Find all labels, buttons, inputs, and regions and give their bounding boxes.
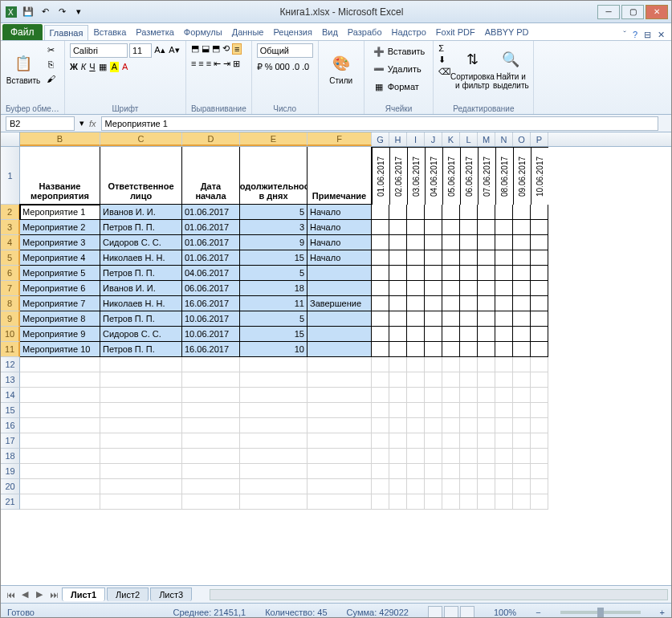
empty-cell[interactable]	[531, 403, 548, 418]
row-header[interactable]: 19	[1, 464, 20, 479]
font-size-combo[interactable]: 11	[129, 43, 152, 58]
empty-cell[interactable]	[372, 418, 389, 433]
fx-icon[interactable]: fx	[89, 119, 96, 128]
gantt-cell[interactable]	[442, 266, 460, 281]
gantt-cell[interactable]	[531, 220, 548, 235]
empty-cell[interactable]	[495, 403, 513, 418]
row-header[interactable]: 2	[1, 205, 20, 220]
empty-cell[interactable]	[442, 403, 460, 418]
data-cell[interactable]: Мероприятие 6	[20, 281, 100, 296]
date-header-cell[interactable]: 07.06.2017	[478, 147, 495, 205]
gantt-cell[interactable]	[531, 250, 548, 266]
gantt-cell[interactable]	[531, 311, 548, 327]
gantt-cell[interactable]	[407, 311, 425, 327]
column-header[interactable]: N	[495, 132, 513, 146]
empty-cell[interactable]	[372, 479, 389, 494]
empty-cell[interactable]	[307, 418, 372, 433]
empty-cell[interactable]	[407, 357, 425, 372]
column-header[interactable]: P	[531, 132, 548, 146]
inc-decimal-icon[interactable]: .0	[292, 62, 299, 72]
sheet-tab[interactable]: Лист3	[150, 588, 192, 601]
empty-cell[interactable]	[460, 418, 478, 433]
data-cell[interactable]: Сидоров С. С.	[100, 327, 182, 342]
ribbon-tab[interactable]: Надстро	[387, 25, 431, 40]
gantt-cell[interactable]	[372, 281, 389, 296]
sheet-tab[interactable]: Лист1	[62, 588, 105, 601]
data-cell[interactable]	[307, 311, 372, 327]
empty-cell[interactable]	[495, 372, 513, 388]
gantt-cell[interactable]	[495, 327, 513, 342]
column-header[interactable]: D	[182, 132, 240, 146]
gantt-cell[interactable]	[407, 266, 425, 281]
data-cell[interactable]: 01.06.2017	[182, 205, 240, 220]
gantt-cell[interactable]	[425, 327, 442, 342]
empty-cell[interactable]	[307, 357, 372, 372]
empty-cell[interactable]	[407, 479, 425, 494]
empty-cell[interactable]	[531, 464, 548, 479]
empty-cell[interactable]	[100, 479, 182, 494]
empty-cell[interactable]	[182, 418, 240, 433]
empty-cell[interactable]	[513, 357, 531, 372]
gantt-cell[interactable]	[442, 327, 460, 342]
empty-cell[interactable]	[407, 372, 425, 388]
empty-cell[interactable]	[20, 449, 100, 464]
gantt-cell[interactable]	[425, 220, 442, 235]
data-cell[interactable]: Иванов И. И.	[100, 281, 182, 296]
empty-cell[interactable]	[100, 464, 182, 479]
empty-cell[interactable]	[531, 357, 548, 372]
column-header[interactable]: B	[20, 132, 100, 146]
gantt-cell[interactable]	[495, 220, 513, 235]
zoom-slider[interactable]	[560, 611, 641, 614]
header-cell[interactable]: Примечание	[307, 147, 372, 205]
empty-cell[interactable]	[20, 433, 100, 449]
empty-cell[interactable]	[460, 388, 478, 403]
gantt-cell[interactable]	[407, 296, 425, 311]
indent-dec-icon[interactable]: ⇤	[214, 59, 221, 69]
fill-color-button[interactable]: A	[110, 62, 119, 72]
delete-cells-button[interactable]: ➖Удалить	[369, 61, 429, 77]
gantt-cell[interactable]	[531, 266, 548, 281]
save-icon[interactable]: 💾	[21, 5, 35, 19]
gantt-cell[interactable]	[460, 266, 478, 281]
data-cell[interactable]: 01.06.2017	[182, 235, 240, 250]
column-header[interactable]: I	[407, 132, 425, 146]
underline-button[interactable]: Ч	[89, 62, 95, 72]
empty-cell[interactable]	[478, 449, 495, 464]
empty-cell[interactable]	[182, 464, 240, 479]
empty-cell[interactable]	[372, 403, 389, 418]
empty-cell[interactable]	[478, 479, 495, 494]
gantt-cell[interactable]	[513, 311, 531, 327]
date-header-cell[interactable]: 10.06.2017	[531, 147, 548, 205]
gantt-cell[interactable]	[460, 311, 478, 327]
gantt-cell[interactable]	[442, 235, 460, 250]
gantt-cell[interactable]	[495, 311, 513, 327]
cut-icon[interactable]: ✂	[44, 43, 57, 56]
redo-icon[interactable]: ↷	[55, 5, 69, 19]
qat-more-icon[interactable]: ▾	[71, 5, 86, 19]
ribbon-opts-icon[interactable]: ⊟	[644, 30, 651, 40]
empty-cell[interactable]	[478, 464, 495, 479]
data-cell[interactable]: 15	[240, 250, 307, 266]
empty-cell[interactable]	[442, 372, 460, 388]
empty-cell[interactable]	[513, 433, 531, 449]
column-header[interactable]: K	[442, 132, 460, 146]
gantt-cell[interactable]	[478, 235, 495, 250]
gantt-cell[interactable]	[389, 266, 407, 281]
gantt-cell[interactable]	[407, 250, 425, 266]
empty-cell[interactable]	[513, 388, 531, 403]
row-header[interactable]: 13	[1, 372, 20, 388]
empty-cell[interactable]	[531, 494, 548, 510]
empty-cell[interactable]	[478, 372, 495, 388]
row-header[interactable]: 14	[1, 388, 20, 403]
gantt-cell[interactable]	[513, 342, 531, 357]
gantt-cell[interactable]	[513, 327, 531, 342]
horizontal-scrollbar[interactable]	[210, 589, 668, 600]
gantt-cell[interactable]	[513, 235, 531, 250]
empty-cell[interactable]	[425, 372, 442, 388]
row-header[interactable]: 11	[1, 342, 20, 357]
empty-cell[interactable]	[100, 433, 182, 449]
empty-cell[interactable]	[442, 388, 460, 403]
gantt-cell[interactable]	[425, 311, 442, 327]
row-header[interactable]: 1	[1, 147, 20, 205]
empty-cell[interactable]	[20, 494, 100, 510]
